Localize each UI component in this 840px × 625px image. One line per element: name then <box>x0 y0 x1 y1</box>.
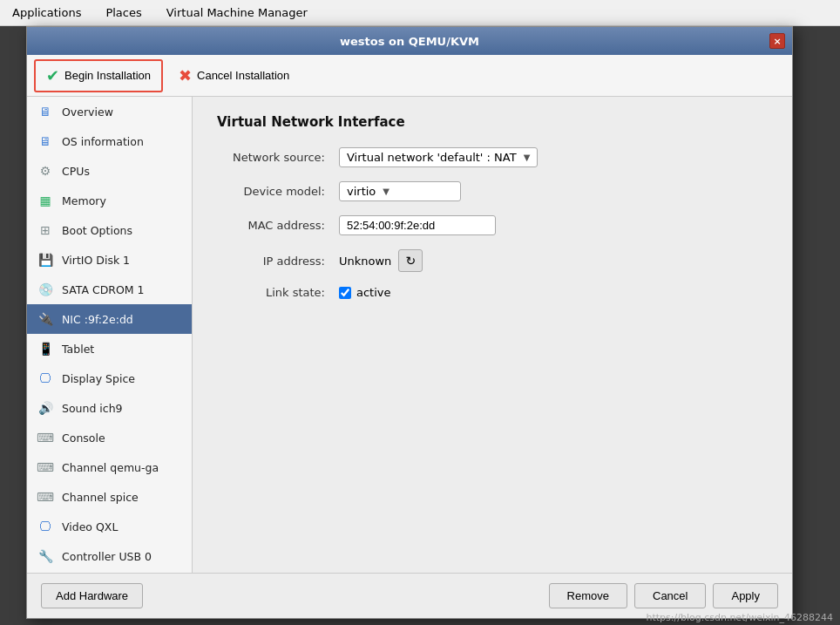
mac-address-input[interactable] <box>339 215 496 235</box>
sidebar-item-console[interactable]: ⌨ Console <box>27 423 192 452</box>
menu-virt-manager[interactable]: Virtual Machine Manager <box>161 4 313 21</box>
link-state-label: Link state: <box>217 286 339 299</box>
sidebar-label-os-information: OS information <box>62 135 144 148</box>
main-content: 🖥 Overview 🖥 OS information ⚙ CPUs ▦ Mem… <box>27 97 792 573</box>
sidebar-item-sound-ich9[interactable]: 🔊 Sound ich9 <box>27 393 192 423</box>
sidebar-label-memory: Memory <box>62 194 106 207</box>
link-state-row: Link state: active <box>217 286 768 299</box>
sidebar-label-sound-ich9: Sound ich9 <box>62 402 123 415</box>
sidebar-label-channel-spice: Channel spice <box>62 491 139 504</box>
controller-usb-icon: 🔧 <box>36 547 55 566</box>
link-state-checkbox-row: active <box>339 286 391 299</box>
sidebar-item-sata-cdrom[interactable]: 💿 SATA CDROM 1 <box>27 275 192 304</box>
remove-button[interactable]: Remove <box>549 583 627 608</box>
device-model-dropdown[interactable]: virtio ▼ <box>339 181 461 201</box>
sidebar-label-virtio-disk: VirtIO Disk 1 <box>62 254 130 267</box>
sidebar-item-memory[interactable]: ▦ Memory <box>27 186 192 215</box>
console-icon: ⌨ <box>36 428 55 447</box>
channel-qemu-ga-icon: ⌨ <box>36 458 55 477</box>
network-source-value: Virtual network 'default' : NAT <box>347 151 517 164</box>
apply-button[interactable]: Apply <box>713 583 778 608</box>
begin-installation-button[interactable]: ✔ Begin Installation <box>34 59 163 92</box>
device-model-control: virtio ▼ <box>339 181 461 201</box>
sidebar-label-tablet: Tablet <box>62 343 94 356</box>
sidebar: 🖥 Overview 🖥 OS information ⚙ CPUs ▦ Mem… <box>27 97 193 573</box>
sidebar-item-controller-usb[interactable]: 🔧 Controller USB 0 <box>27 541 192 571</box>
close-button[interactable]: × <box>769 33 785 49</box>
dialog: westos on QEMU/KVM × ✔ Begin Installatio… <box>26 26 793 619</box>
sata-cdrom-icon: 💿 <box>36 280 55 299</box>
sidebar-label-controller-usb: Controller USB 0 <box>62 550 152 563</box>
cancel-button[interactable]: Cancel <box>634 583 706 608</box>
ip-address-label: IP address: <box>217 255 339 268</box>
sidebar-item-overview[interactable]: 🖥 Overview <box>27 97 192 126</box>
ip-address-control: Unknown ↻ <box>339 249 423 272</box>
sidebar-label-sata-cdrom: SATA CDROM 1 <box>62 283 145 296</box>
sidebar-item-display-spice[interactable]: 🖵 Display Spice <box>27 363 192 393</box>
mac-address-row: MAC address: <box>217 215 768 235</box>
sidebar-item-boot-options[interactable]: ⊞ Boot Options <box>27 215 192 245</box>
device-model-value: virtio <box>347 185 376 198</box>
ip-address-row: IP address: Unknown ↻ <box>217 249 768 272</box>
sidebar-item-channel-spice[interactable]: ⌨ Channel spice <box>27 482 192 512</box>
sidebar-label-display-spice: Display Spice <box>62 372 135 385</box>
sidebar-label-video-qxl: Video QXL <box>62 520 118 533</box>
sidebar-label-overview: Overview <box>62 105 113 119</box>
sidebar-label-cpus: CPUs <box>62 165 90 178</box>
overview-icon: 🖥 <box>36 102 55 121</box>
sidebar-item-tablet[interactable]: 📱 Tablet <box>27 334 192 363</box>
right-panel: Virtual Network Interface Network source… <box>193 97 792 573</box>
add-hardware-button[interactable]: Add Hardware <box>41 583 143 608</box>
sidebar-label-channel-qemu-ga: Channel qemu-ga <box>62 461 159 474</box>
network-source-row: Network source: Virtual network 'default… <box>217 147 768 167</box>
network-source-arrow-icon: ▼ <box>524 153 531 162</box>
checkmark-icon: ✔ <box>46 66 59 85</box>
sidebar-item-video-qxl[interactable]: 🖵 Video QXL <box>27 512 192 541</box>
sound-ich9-icon: 🔊 <box>36 398 55 418</box>
statusbar: https://blog.csdn.net/weixin_46288244 <box>639 610 840 625</box>
sidebar-item-os-information[interactable]: 🖥 OS information <box>27 126 192 156</box>
refresh-ip-button[interactable]: ↻ <box>398 249 423 272</box>
mac-address-control <box>339 215 496 235</box>
device-model-label: Device model: <box>217 185 339 198</box>
sidebar-label-nic: NIC :9f:2e:dd <box>62 313 133 326</box>
video-qxl-icon: 🖵 <box>36 517 55 536</box>
mac-address-label: MAC address: <box>217 219 339 232</box>
ip-address-value: Unknown <box>339 255 391 268</box>
cancel-installation-label: Cancel Installation <box>197 69 289 82</box>
menu-places[interactable]: Places <box>100 4 146 21</box>
network-source-control: Virtual network 'default' : NAT ▼ <box>339 147 538 167</box>
toolbar: ✔ Begin Installation ✖ Cancel Installati… <box>27 55 792 97</box>
boot-options-icon: ⊞ <box>36 221 55 240</box>
network-source-label: Network source: <box>217 151 339 164</box>
network-source-dropdown[interactable]: Virtual network 'default' : NAT ▼ <box>339 147 538 167</box>
menu-applications[interactable]: Applications <box>7 4 86 21</box>
cancel-icon: ✖ <box>179 66 192 85</box>
dialog-title: westos on QEMU/KVM <box>340 35 479 48</box>
os-info-icon: 🖥 <box>36 132 55 151</box>
sidebar-label-boot-options: Boot Options <box>62 224 132 237</box>
link-state-value: active <box>356 286 391 299</box>
display-spice-icon: 🖵 <box>36 369 55 388</box>
tablet-icon: 📱 <box>36 339 55 358</box>
sidebar-item-virtio-disk[interactable]: 💾 VirtIO Disk 1 <box>27 245 192 275</box>
virtio-disk-icon: 💾 <box>36 250 55 269</box>
memory-icon: ▦ <box>36 191 55 210</box>
sidebar-label-console: Console <box>62 431 105 445</box>
begin-installation-label: Begin Installation <box>64 69 151 82</box>
sidebar-item-cpus[interactable]: ⚙ CPUs <box>27 156 192 186</box>
link-state-checkbox[interactable] <box>339 287 351 299</box>
panel-title: Virtual Network Interface <box>217 114 768 130</box>
device-model-row: Device model: virtio ▼ <box>217 181 768 201</box>
sidebar-item-channel-qemu-ga[interactable]: ⌨ Channel qemu-ga <box>27 452 192 482</box>
cancel-installation-button[interactable]: ✖ Cancel Installation <box>166 59 301 92</box>
sidebar-item-nic[interactable]: 🔌 NIC :9f:2e:dd <box>27 304 192 334</box>
link-state-control: active <box>339 286 391 299</box>
status-url: https://blog.csdn.net/weixin_46288244 <box>646 612 833 623</box>
channel-spice-icon: ⌨ <box>36 487 55 506</box>
menubar: Applications Places Virtual Machine Mana… <box>0 0 840 26</box>
titlebar: westos on QEMU/KVM × <box>27 27 792 55</box>
cpus-icon: ⚙ <box>36 161 55 180</box>
device-model-arrow-icon: ▼ <box>383 187 390 196</box>
nic-icon: 🔌 <box>36 309 55 329</box>
